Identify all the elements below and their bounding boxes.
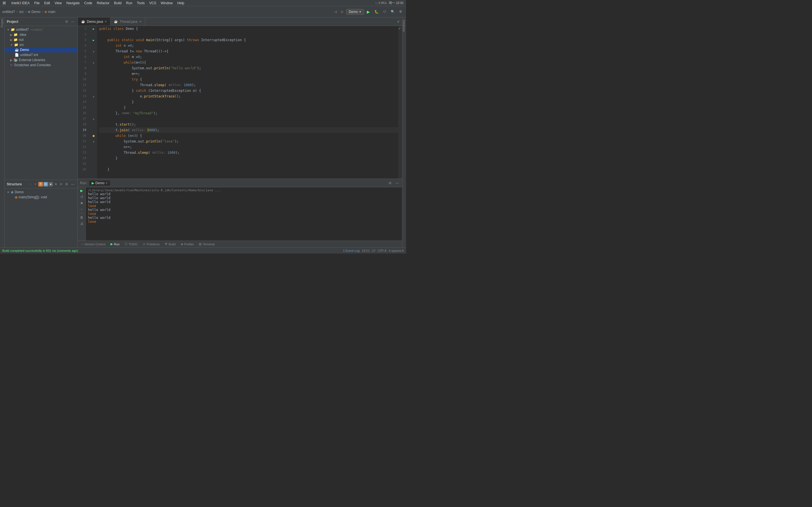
menubar-run[interactable]: Run (124, 1, 134, 5)
bottom-tab-terminal[interactable]: ▥ Terminal (197, 242, 217, 246)
bottom-tab-version-control[interactable]: ○ Version Control (79, 242, 108, 246)
run-play-button[interactable]: ▶ (79, 188, 84, 193)
folder-out-icon: 📁 (13, 38, 18, 42)
breakpoint-gutter-5: ◆ (93, 50, 94, 53)
sidebar-item-src[interactable]: ▼ 📁 src (4, 42, 78, 47)
forward-button[interactable]: ▷ (340, 9, 345, 14)
menubar-build[interactable]: Build (112, 1, 123, 5)
bottom-tab-label: Problems (147, 242, 160, 246)
run-rerun-button[interactable]: ↺ (79, 194, 84, 200)
sidebar-item-external-libs[interactable]: ▶ 📚 External Libraries (4, 57, 78, 62)
code-content[interactable]: public class Demo { public static void m… (97, 26, 398, 179)
breakpoint-gutter-16: ◆ (93, 117, 94, 121)
problems-icon: ⚠ (143, 242, 146, 246)
menubar-help[interactable]: Help (175, 1, 186, 5)
run-settings-button[interactable]: ⚙ (388, 180, 393, 186)
menubar-file[interactable]: File (33, 1, 41, 5)
line-num-2: 2 (78, 32, 88, 37)
back-button[interactable]: ◁ (333, 9, 338, 14)
structure-close-button[interactable]: — (70, 182, 75, 187)
sidebar-item-untitled7[interactable]: ▼ 📁 untitled7 ~/untitled7 (4, 27, 78, 32)
class-icon: ◉ (11, 190, 13, 194)
line-num-12: 12 (78, 88, 88, 94)
tab-close-button[interactable]: ✕ (105, 20, 107, 23)
menubar-refactor[interactable]: Refactor (95, 1, 111, 5)
event-log-link[interactable]: 1 Event Log (343, 249, 360, 252)
line-numbers: 1 2 3 4 5 6 7 8 9 10 11 12 13 14 15 16 1… (78, 26, 90, 179)
sidebar-item-scratches[interactable]: ✏ Scratches and Consoles (4, 62, 78, 68)
project-icon: 📁 (11, 27, 15, 32)
line-num-3: 3 (78, 37, 88, 43)
search-everywhere-button[interactable]: 🔍 (389, 9, 396, 14)
code-line-1: public class Demo { (99, 26, 398, 32)
line-num-11: 11 (78, 82, 88, 88)
sort-type-button[interactable]: ≡ (33, 182, 38, 186)
bottom-tab-build[interactable]: ⚒ Build (162, 242, 177, 246)
run-print-button[interactable]: 🖨 (79, 221, 84, 226)
run-output-5: hello world (88, 208, 400, 212)
menubar-window[interactable]: Window (159, 1, 174, 5)
bottom-tab-label: Version Control (84, 242, 105, 246)
code-editor[interactable]: 1 2 3 4 5 6 7 8 9 10 11 12 13 14 15 16 1… (78, 26, 402, 179)
code-line-13: e.printStackTrace(); (99, 94, 398, 99)
coverage-button[interactable]: 🛡 (382, 9, 388, 14)
menubar-vcs[interactable]: VCS (147, 1, 158, 5)
sort-alpha-button[interactable]: ↕ (28, 182, 33, 186)
bottom-tab-run[interactable]: ▶ Run (108, 242, 122, 246)
line-num-8: 8 (78, 65, 88, 71)
line-num-10: 10 (78, 76, 88, 82)
line-num-15: 15 (78, 105, 88, 110)
run-close-button[interactable]: — (395, 180, 400, 186)
run-clear-button[interactable]: 🗑 (79, 215, 84, 220)
line-num-9: 9 (78, 71, 88, 76)
bottom-tab-profiler[interactable]: ◈ Profiler (179, 242, 196, 246)
run-tab-demo[interactable]: ▶ Demo ✕ (89, 180, 110, 186)
tab-demo-java[interactable]: ☕ Demo.java ✕ (78, 17, 110, 25)
sidebar-item-out[interactable]: ▶ 📁 out (4, 37, 78, 42)
collapse-all-button[interactable]: ⊟ (59, 182, 63, 186)
line-num-7: 7 (78, 60, 88, 65)
debug-button[interactable]: 🐛 (373, 9, 380, 15)
show-other-button[interactable]: ● (49, 182, 53, 186)
run-button[interactable]: ▶ (365, 9, 371, 15)
project-strip-label[interactable]: Project (1, 18, 4, 27)
bottom-tabs: ○ Version Control ▶ Run ☐ TODO ⚠ Problem… (78, 240, 402, 247)
menubar-navigate[interactable]: Navigate (64, 1, 81, 5)
structure-settings-button[interactable]: ⚙ (64, 182, 69, 187)
run-tab-close-icon[interactable]: ✕ (105, 181, 108, 184)
menubar-edit[interactable]: Edit (43, 1, 52, 5)
tab-close-button[interactable]: ✕ (139, 20, 142, 23)
run-config-selector[interactable]: Demo ▼ (346, 9, 364, 15)
tab-bar: ☕ Demo.java ✕ ☕ Thread.java ✕ ✓ (78, 17, 402, 26)
structure-item-demo[interactable]: ▼ ◉ Demo (4, 189, 78, 194)
sidebar-collapse-button[interactable]: — (70, 19, 75, 24)
menubar-view[interactable]: View (53, 1, 63, 5)
expand-all-button[interactable]: ⊞ (54, 182, 58, 186)
sidebar-item-demo[interactable]: ☕ Demo (4, 47, 78, 52)
database-panel-label[interactable]: Database (402, 17, 406, 34)
line-num-23: 23 (78, 150, 88, 156)
sidebar-item-iml[interactable]: 📄 untitled7.iml (4, 52, 78, 57)
tab-thread-java[interactable]: ☕ Thread.java ✕ (110, 17, 145, 25)
settings-button[interactable]: ⚙ (398, 9, 404, 14)
menubar-tools[interactable]: Tools (135, 1, 146, 5)
version-control-icon: ○ (81, 242, 83, 246)
editor-area: ☕ Demo.java ✕ ☕ Thread.java ✕ ✓ 1 2 3 4 … (78, 17, 402, 247)
project-tree: ▼ 📁 untitled7 ~/untitled7 ▶ 📁 .idea ▶ 📁 … (4, 26, 78, 180)
todo-icon: ☐ (124, 242, 128, 246)
bottom-tab-label: Build (168, 242, 175, 246)
run-icon: ▶ (110, 242, 113, 246)
show-fields-button[interactable]: f (38, 182, 43, 186)
sidebar-item-idea[interactable]: ▶ 📁 .idea (4, 32, 78, 37)
sidebar-settings-button[interactable]: ⚙ (64, 19, 69, 24)
run-stop-button[interactable]: ■ (79, 200, 84, 206)
show-methods-button[interactable]: m (43, 182, 48, 186)
structure-toolbar: Structure ↕ ≡ f m ● ⊞ ⊟ ⚙ — (4, 180, 78, 188)
structure-item-main[interactable]: ◉ main(String[]): void (4, 194, 78, 200)
bottom-tab-problems[interactable]: ⚠ Problems (140, 242, 162, 246)
code-line-20: while (n<3) { (99, 133, 398, 138)
run-scroll-button[interactable]: ↓ (79, 207, 84, 212)
menubar-code[interactable]: Code (83, 1, 94, 5)
bottom-tab-todo[interactable]: ☐ TODO (122, 242, 140, 246)
menubar-app[interactable]: IntelliJ IDEA (10, 1, 31, 5)
